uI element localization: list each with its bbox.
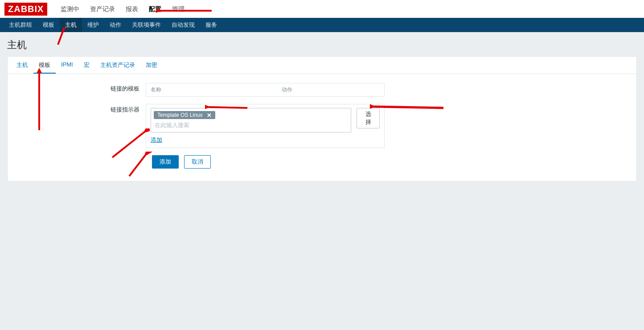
top-nav-administration[interactable]: 管理: [167, 0, 190, 18]
tab-encryption[interactable]: 加密: [140, 57, 163, 74]
add-template-link[interactable]: 添加: [151, 136, 162, 144]
template-chip-label: Template OS Linux: [157, 112, 202, 118]
sub-nav-services[interactable]: 服务: [200, 18, 222, 32]
top-nav-inventory[interactable]: 资产记录: [85, 0, 120, 18]
remove-chip-icon[interactable]: ✕: [205, 112, 213, 118]
form-panel: 主机 模板 IPMI 宏 主机资产记录 加密 链接的模板 名称 动作: [7, 56, 637, 182]
sub-nav-hostgroups[interactable]: 主机群组: [4, 18, 37, 32]
template-multiselect[interactable]: Template OS Linux ✕: [151, 108, 351, 132]
template-search-input[interactable]: [154, 121, 348, 129]
page-title: 主机: [7, 38, 637, 52]
sub-nav-correlation[interactable]: 关联项事件: [127, 18, 166, 32]
top-nav-monitoring[interactable]: 监测中: [55, 0, 85, 18]
page-header: 主机: [0, 32, 644, 56]
sub-nav: 主机群组 模板 主机 维护 动作 关联项事件 自动发现 服务: [0, 18, 644, 32]
add-button[interactable]: 添加: [152, 155, 179, 169]
tab-inventory[interactable]: 主机资产记录: [95, 57, 140, 74]
sub-nav-discovery[interactable]: 自动发现: [166, 18, 200, 32]
logo[interactable]: ZABBIX: [4, 3, 47, 16]
cancel-button[interactable]: 取消: [184, 155, 211, 169]
link-indicators-label: 链接指示器: [16, 104, 146, 114]
sub-nav-hosts[interactable]: 主机: [60, 18, 82, 32]
th-name: 名称: [146, 83, 277, 96]
tab-macros[interactable]: 宏: [78, 57, 95, 74]
tab-templates[interactable]: 模板: [33, 57, 56, 74]
sub-nav-maintenance[interactable]: 维护: [82, 18, 104, 32]
linked-templates-label: 链接的模板: [16, 83, 146, 93]
tab-ipmi[interactable]: IPMI: [56, 57, 78, 74]
top-nav-configuration[interactable]: 配置: [144, 0, 167, 18]
linked-templates-table: 名称 动作: [146, 83, 385, 97]
template-chip: Template OS Linux ✕: [154, 111, 215, 119]
sub-nav-actions[interactable]: 动作: [104, 18, 127, 32]
form-tabs: 主机 模板 IPMI 宏 主机资产记录 加密: [8, 57, 636, 74]
top-nav: ZABBIX 监测中 资产记录 报表 配置 管理: [0, 0, 644, 18]
select-template-button[interactable]: 选择: [357, 108, 380, 128]
top-nav-reports[interactable]: 报表: [120, 0, 144, 18]
sub-nav-templates[interactable]: 模板: [37, 18, 60, 32]
th-action: 动作: [277, 83, 384, 96]
tab-host[interactable]: 主机: [11, 57, 33, 74]
